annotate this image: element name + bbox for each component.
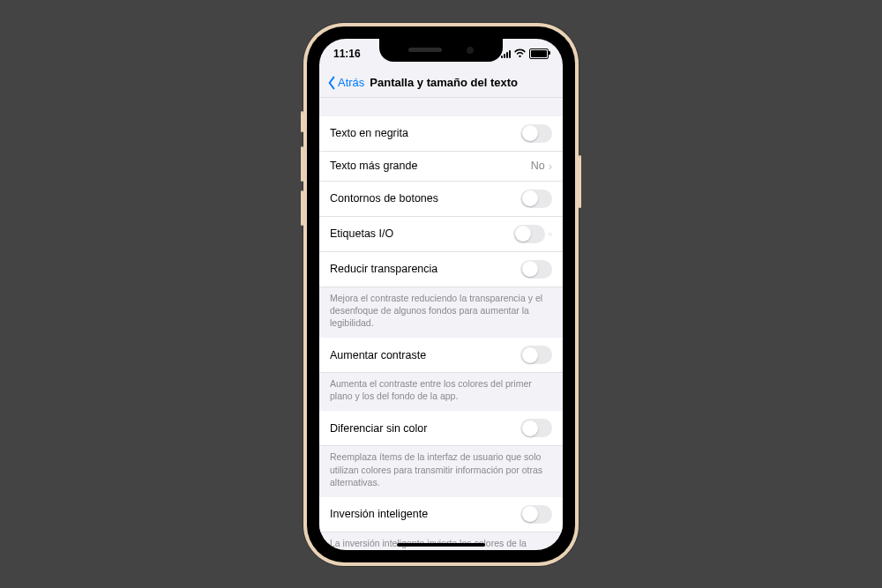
row-differentiate-without-color[interactable]: Diferenciar sin color [319,411,563,446]
note-reduce-transparency: Mejora el contraste reduciendo la transp… [319,287,563,339]
row-label: Texto más grande [330,160,417,172]
notch [379,39,503,62]
wifi-icon [514,48,526,59]
toggle-io-labels[interactable] [513,225,545,243]
row-smart-invert[interactable]: Inversión inteligente [319,497,563,532]
settings-content[interactable]: Texto en negrita Texto más grande No › C… [319,97,563,550]
speaker-grille [408,48,442,52]
back-button[interactable]: Atrás [325,74,366,92]
row-larger-text[interactable]: Texto más grande No › [319,152,563,182]
power-button [579,155,581,208]
chevron-left-icon [326,76,337,90]
io-off-mark-icon: ○ [548,230,552,238]
cellular-signal-icon [501,49,511,58]
toggle-smart-invert[interactable] [520,505,552,524]
mute-switch [301,111,303,132]
nav-bar: Atrás Pantalla y tamaño del texto [319,69,563,98]
row-label: Diferenciar sin color [330,422,427,435]
row-bold-text[interactable]: Texto en negrita [319,116,563,152]
toggle-button-shapes[interactable] [520,190,552,208]
row-label: Texto en negrita [330,127,408,139]
row-label: Inversión inteligente [330,508,428,520]
note-smart-invert: La inversión inteligente invierte los co… [319,532,563,550]
row-button-shapes[interactable]: Contornos de botones [319,182,563,217]
battery-icon [529,48,549,59]
status-time: 11:16 [333,48,361,60]
front-camera [467,47,474,54]
row-label: Etiquetas I/O [330,227,393,240]
page-title: Pantalla y tamaño del texto [370,76,518,89]
back-label: Atrás [338,76,364,89]
row-label: Aumentar contraste [330,349,426,361]
row-label: Contornos de botones [330,192,438,205]
row-io-labels[interactable]: Etiquetas I/O ○ [319,217,563,252]
row-reduce-transparency[interactable]: Reducir transparencia [319,252,563,287]
toggle-increase-contrast[interactable] [520,346,552,364]
toggle-differentiate-without-color[interactable] [520,419,552,437]
volume-up-button [301,146,303,182]
toggle-bold-text[interactable] [520,124,552,143]
row-value: No [531,160,545,172]
note-increase-contrast: Aumenta el contraste entre los colores d… [319,373,563,411]
volume-down-button [301,190,303,226]
screen: 11:16 Atrás Pantalla y tam [319,39,563,550]
row-increase-contrast[interactable]: Aumentar contraste [319,338,563,373]
toggle-reduce-transparency[interactable] [520,260,552,279]
row-label: Reducir transparencia [330,263,437,275]
note-differentiate-without-color: Reemplaza ítems de la interfaz de usuari… [319,446,563,497]
home-indicator[interactable] [397,543,485,547]
chevron-right-icon: › [549,160,552,173]
phone-mockup: 11:16 Atrás Pantalla y tam [303,23,579,566]
